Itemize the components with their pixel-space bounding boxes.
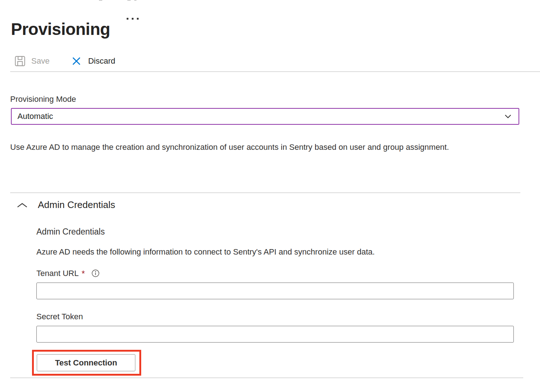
admin-credentials-section-title: Admin Credentials bbox=[38, 199, 115, 211]
save-button[interactable]: Save bbox=[15, 56, 49, 67]
discard-button-label: Discard bbox=[88, 56, 115, 66]
chevron-up-icon bbox=[16, 201, 28, 209]
tenant-url-label: Tenant URL bbox=[36, 269, 79, 278]
bottom-divider bbox=[10, 377, 523, 378]
discard-button[interactable]: Discard bbox=[71, 55, 115, 67]
section-divider bbox=[10, 192, 520, 193]
tenant-url-label-row: Tenant URL * bbox=[36, 268, 100, 278]
cropped-text-remnant bbox=[134, 0, 136, 1]
admin-credentials-description: Azure AD needs the following information… bbox=[36, 244, 509, 259]
admin-credentials-subheading: Admin Credentials bbox=[36, 227, 105, 237]
info-icon[interactable] bbox=[91, 269, 100, 277]
chevron-down-icon bbox=[503, 112, 513, 121]
close-icon bbox=[71, 55, 82, 67]
test-connection-button[interactable]: Test Connection bbox=[37, 354, 135, 371]
save-icon bbox=[15, 56, 25, 67]
cropped-text-remnant bbox=[127, 0, 131, 1]
provisioning-mode-label: Provisioning Mode bbox=[10, 95, 76, 104]
cropped-text-remnant bbox=[99, 0, 102, 1]
secret-token-input[interactable] bbox=[36, 326, 514, 343]
required-marker: * bbox=[82, 269, 85, 279]
tenant-url-input[interactable] bbox=[36, 283, 514, 299]
save-button-label: Save bbox=[31, 56, 49, 66]
page-title: Provisioning bbox=[11, 19, 110, 39]
toolbar-divider bbox=[10, 71, 540, 72]
provisioning-mode-selected-value: Automatic bbox=[17, 112, 503, 121]
command-bar: Save Discard bbox=[15, 52, 115, 70]
secret-token-label: Secret Token bbox=[36, 312, 83, 321]
ellipsis-icon bbox=[127, 18, 139, 20]
provisioning-mode-description: Use Azure AD to manage the creation and … bbox=[10, 140, 465, 155]
admin-credentials-section-toggle[interactable]: Admin Credentials bbox=[16, 199, 115, 211]
provisioning-mode-dropdown[interactable]: Automatic bbox=[11, 108, 519, 125]
more-options-button[interactable] bbox=[124, 14, 140, 23]
